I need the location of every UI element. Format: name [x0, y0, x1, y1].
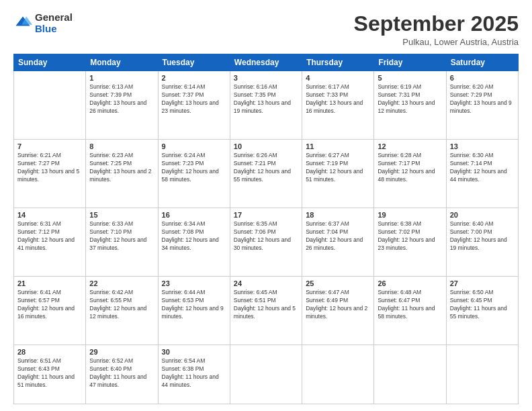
table-row: 27 Sunrise: 6:50 AMSunset: 6:45 PMDaylig…: [446, 277, 518, 345]
day-info: Sunrise: 6:31 AMSunset: 7:12 PMDaylight:…: [17, 220, 82, 253]
day-info: Sunrise: 6:19 AMSunset: 7:31 PMDaylight:…: [378, 83, 442, 116]
day-number: 6: [450, 74, 515, 82]
table-row: 13 Sunrise: 6:30 AMSunset: 7:14 PMDaylig…: [446, 140, 518, 208]
day-number: 28: [17, 348, 82, 356]
day-info: Sunrise: 6:48 AMSunset: 6:47 PMDaylight:…: [378, 289, 442, 321]
header-monday: Monday: [86, 54, 158, 71]
day-number: 20: [450, 211, 515, 219]
day-number: 9: [162, 142, 226, 150]
day-number: 27: [450, 279, 515, 287]
calendar-table: Sunday Monday Tuesday Wednesday Thursday…: [13, 54, 519, 404]
table-row: [14, 71, 86, 140]
table-row: 17 Sunrise: 6:35 AMSunset: 7:06 PMDaylig…: [230, 208, 302, 277]
table-row: 14 Sunrise: 6:31 AMSunset: 7:12 PMDaylig…: [14, 208, 86, 277]
day-info: Sunrise: 6:23 AMSunset: 7:25 PMDaylight:…: [89, 152, 154, 184]
table-row: 24 Sunrise: 6:45 AMSunset: 6:51 PMDaylig…: [230, 277, 302, 345]
day-info: Sunrise: 6:16 AMSunset: 7:35 PMDaylight:…: [234, 83, 298, 116]
day-number: 3: [234, 74, 298, 82]
table-row: 29 Sunrise: 6:52 AMSunset: 6:40 PMDaylig…: [86, 345, 158, 404]
day-info: Sunrise: 6:50 AMSunset: 6:45 PMDaylight:…: [450, 289, 515, 321]
day-number: 24: [234, 279, 298, 287]
day-info: Sunrise: 6:30 AMSunset: 7:14 PMDaylight:…: [450, 152, 515, 184]
table-row: 23 Sunrise: 6:44 AMSunset: 6:53 PMDaylig…: [158, 277, 230, 345]
day-number: 14: [17, 211, 82, 219]
table-row: 30 Sunrise: 6:54 AMSunset: 6:38 PMDaylig…: [158, 345, 230, 404]
day-number: 10: [234, 142, 298, 150]
table-row: 28 Sunrise: 6:51 AMSunset: 6:43 PMDaylig…: [14, 345, 86, 404]
table-row: 8 Sunrise: 6:23 AMSunset: 7:25 PMDayligh…: [86, 140, 158, 208]
location: Pulkau, Lower Austria, Austria: [354, 37, 519, 47]
table-row: 26 Sunrise: 6:48 AMSunset: 6:47 PMDaylig…: [374, 277, 446, 345]
day-number: 25: [306, 279, 370, 287]
day-number: 1: [89, 74, 154, 82]
header-friday: Friday: [374, 54, 446, 71]
day-info: Sunrise: 6:47 AMSunset: 6:49 PMDaylight:…: [306, 289, 370, 321]
day-number: 2: [162, 74, 226, 82]
day-info: Sunrise: 6:21 AMSunset: 7:27 PMDaylight:…: [17, 152, 82, 184]
day-info: Sunrise: 6:37 AMSunset: 7:04 PMDaylight:…: [306, 220, 370, 253]
table-row: [230, 345, 302, 404]
table-row: [446, 345, 518, 404]
day-info: Sunrise: 6:33 AMSunset: 7:10 PMDaylight:…: [89, 220, 154, 253]
table-row: 21 Sunrise: 6:41 AMSunset: 6:57 PMDaylig…: [14, 277, 86, 345]
table-row: 19 Sunrise: 6:38 AMSunset: 7:02 PMDaylig…: [374, 208, 446, 277]
day-number: 13: [450, 142, 515, 150]
table-row: [374, 345, 446, 404]
day-number: 26: [378, 279, 442, 287]
day-number: 22: [89, 279, 154, 287]
day-info: Sunrise: 6:40 AMSunset: 7:00 PMDaylight:…: [450, 220, 515, 253]
day-number: 8: [89, 142, 154, 150]
day-info: Sunrise: 6:13 AMSunset: 7:39 PMDaylight:…: [89, 83, 154, 116]
table-row: 18 Sunrise: 6:37 AMSunset: 7:04 PMDaylig…: [302, 208, 374, 277]
table-row: 15 Sunrise: 6:33 AMSunset: 7:10 PMDaylig…: [86, 208, 158, 277]
day-info: Sunrise: 6:27 AMSunset: 7:19 PMDaylight:…: [306, 152, 370, 184]
day-info: Sunrise: 6:41 AMSunset: 6:57 PMDaylight:…: [17, 289, 82, 321]
day-number: 7: [17, 142, 82, 150]
logo-blue-text: Blue: [35, 24, 73, 35]
table-row: 16 Sunrise: 6:34 AMSunset: 7:08 PMDaylig…: [158, 208, 230, 277]
table-row: 9 Sunrise: 6:24 AMSunset: 7:23 PMDayligh…: [158, 140, 230, 208]
header: General Blue September 2025 Pulkau, Lowe…: [13, 12, 519, 47]
day-number: 19: [378, 211, 442, 219]
month-title: September 2025: [354, 12, 519, 36]
header-thursday: Thursday: [302, 54, 374, 71]
day-number: 30: [162, 348, 226, 356]
day-info: Sunrise: 6:54 AMSunset: 6:38 PMDaylight:…: [162, 357, 226, 390]
day-number: 21: [17, 279, 82, 287]
day-info: Sunrise: 6:14 AMSunset: 7:37 PMDaylight:…: [162, 83, 226, 116]
day-info: Sunrise: 6:35 AMSunset: 7:06 PMDaylight:…: [234, 220, 298, 253]
day-info: Sunrise: 6:44 AMSunset: 6:53 PMDaylight:…: [162, 289, 226, 321]
header-wednesday: Wednesday: [230, 54, 302, 71]
table-row: 3 Sunrise: 6:16 AMSunset: 7:35 PMDayligh…: [230, 71, 302, 140]
logo-general-text: General: [35, 12, 73, 24]
table-row: 6 Sunrise: 6:20 AMSunset: 7:29 PMDayligh…: [446, 71, 518, 140]
page: General Blue September 2025 Pulkau, Lowe…: [0, 0, 532, 411]
day-number: 17: [234, 211, 298, 219]
table-row: 5 Sunrise: 6:19 AMSunset: 7:31 PMDayligh…: [374, 71, 446, 140]
table-row: 20 Sunrise: 6:40 AMSunset: 7:00 PMDaylig…: [446, 208, 518, 277]
day-number: 5: [378, 74, 442, 82]
table-row: 10 Sunrise: 6:26 AMSunset: 7:21 PMDaylig…: [230, 140, 302, 208]
day-number: 29: [89, 348, 154, 356]
table-row: 12 Sunrise: 6:28 AMSunset: 7:17 PMDaylig…: [374, 140, 446, 208]
day-number: 23: [162, 279, 226, 287]
day-info: Sunrise: 6:51 AMSunset: 6:43 PMDaylight:…: [17, 357, 82, 390]
table-row: 2 Sunrise: 6:14 AMSunset: 7:37 PMDayligh…: [158, 71, 230, 140]
table-row: 11 Sunrise: 6:27 AMSunset: 7:19 PMDaylig…: [302, 140, 374, 208]
table-row: 22 Sunrise: 6:42 AMSunset: 6:55 PMDaylig…: [86, 277, 158, 345]
day-number: 12: [378, 142, 442, 150]
day-info: Sunrise: 6:42 AMSunset: 6:55 PMDaylight:…: [89, 289, 154, 321]
table-row: 7 Sunrise: 6:21 AMSunset: 7:27 PMDayligh…: [14, 140, 86, 208]
header-tuesday: Tuesday: [158, 54, 230, 71]
table-row: 4 Sunrise: 6:17 AMSunset: 7:33 PMDayligh…: [302, 71, 374, 140]
header-saturday: Saturday: [446, 54, 518, 71]
weekday-header-row: Sunday Monday Tuesday Wednesday Thursday…: [14, 54, 519, 71]
day-info: Sunrise: 6:28 AMSunset: 7:17 PMDaylight:…: [378, 152, 442, 184]
day-info: Sunrise: 6:45 AMSunset: 6:51 PMDaylight:…: [234, 289, 298, 321]
day-info: Sunrise: 6:52 AMSunset: 6:40 PMDaylight:…: [89, 357, 154, 390]
day-info: Sunrise: 6:34 AMSunset: 7:08 PMDaylight:…: [162, 220, 226, 253]
header-sunday: Sunday: [14, 54, 86, 71]
day-info: Sunrise: 6:26 AMSunset: 7:21 PMDaylight:…: [234, 152, 298, 184]
day-info: Sunrise: 6:38 AMSunset: 7:02 PMDaylight:…: [378, 220, 442, 253]
day-number: 15: [89, 211, 154, 219]
